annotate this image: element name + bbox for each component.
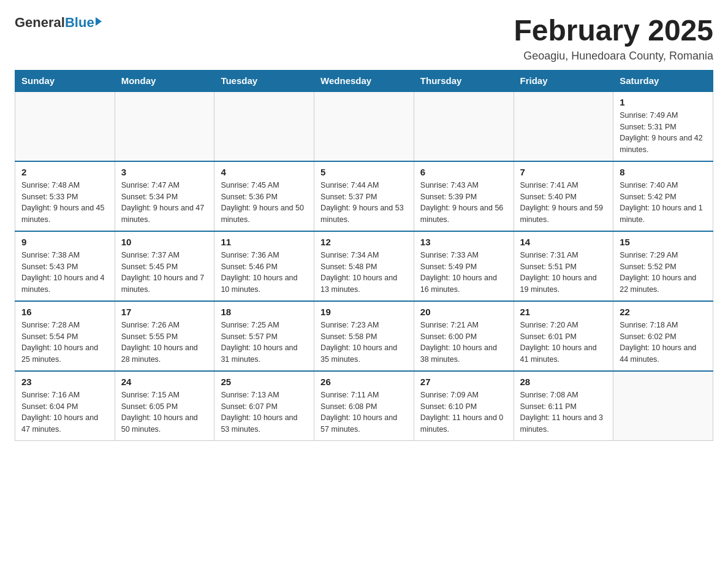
- day-number: 1: [620, 97, 707, 107]
- day-info: Sunrise: 7:28 AMSunset: 5:54 PMDaylight:…: [21, 320, 108, 366]
- day-info: Sunrise: 7:45 AMSunset: 5:36 PMDaylight:…: [221, 180, 308, 226]
- day-info: Sunrise: 7:47 AMSunset: 5:34 PMDaylight:…: [121, 180, 208, 226]
- day-number: 19: [320, 307, 408, 317]
- calendar-cell: 8Sunrise: 7:40 AMSunset: 5:42 PMDaylight…: [613, 161, 713, 231]
- day-number: 10: [121, 237, 208, 247]
- calendar-cell: 24Sunrise: 7:15 AMSunset: 6:05 PMDayligh…: [115, 371, 214, 441]
- day-info: Sunrise: 7:41 AMSunset: 5:40 PMDaylight:…: [520, 180, 607, 226]
- weekday-header-saturday: Saturday: [613, 70, 713, 91]
- calendar-cell: 14Sunrise: 7:31 AMSunset: 5:51 PMDayligh…: [514, 231, 613, 301]
- day-number: 17: [121, 307, 208, 317]
- week-row-2: 9Sunrise: 7:38 AMSunset: 5:43 PMDaylight…: [15, 231, 713, 301]
- calendar-cell: 22Sunrise: 7:18 AMSunset: 6:02 PMDayligh…: [613, 301, 713, 371]
- calendar-cell: [15, 91, 115, 161]
- calendar-cell: 16Sunrise: 7:28 AMSunset: 5:54 PMDayligh…: [15, 301, 115, 371]
- day-info: Sunrise: 7:23 AMSunset: 5:58 PMDaylight:…: [320, 320, 408, 366]
- day-number: 26: [320, 377, 408, 387]
- day-number: 9: [21, 237, 108, 247]
- day-info: Sunrise: 7:43 AMSunset: 5:39 PMDaylight:…: [420, 180, 507, 226]
- calendar-cell: [414, 91, 514, 161]
- day-info: Sunrise: 7:29 AMSunset: 5:52 PMDaylight:…: [620, 250, 707, 296]
- calendar-cell: 19Sunrise: 7:23 AMSunset: 5:58 PMDayligh…: [314, 301, 414, 371]
- day-info: Sunrise: 7:34 AMSunset: 5:48 PMDaylight:…: [320, 250, 408, 296]
- day-number: 20: [420, 307, 507, 317]
- day-info: Sunrise: 7:33 AMSunset: 5:49 PMDaylight:…: [420, 250, 507, 296]
- day-info: Sunrise: 7:26 AMSunset: 5:55 PMDaylight:…: [121, 320, 208, 366]
- week-row-1: 2Sunrise: 7:48 AMSunset: 5:33 PMDaylight…: [15, 161, 713, 231]
- calendar-cell: 11Sunrise: 7:36 AMSunset: 5:46 PMDayligh…: [214, 231, 314, 301]
- logo-general-text: General: [15, 15, 65, 31]
- calendar-title: February 2025: [514, 15, 713, 47]
- day-info: Sunrise: 7:37 AMSunset: 5:45 PMDaylight:…: [121, 250, 208, 296]
- day-number: 6: [420, 167, 507, 177]
- calendar-cell: 18Sunrise: 7:25 AMSunset: 5:57 PMDayligh…: [214, 301, 314, 371]
- day-number: 24: [121, 377, 208, 387]
- day-number: 12: [320, 237, 408, 247]
- weekday-header-sunday: Sunday: [15, 70, 115, 91]
- title-block: February 2025 Geoagiu, Hunedoara County,…: [514, 15, 713, 63]
- week-row-3: 16Sunrise: 7:28 AMSunset: 5:54 PMDayligh…: [15, 301, 713, 371]
- logo: General Blue: [15, 15, 102, 31]
- logo-blue-text: Blue: [65, 15, 94, 31]
- calendar-cell: 21Sunrise: 7:20 AMSunset: 6:01 PMDayligh…: [514, 301, 613, 371]
- calendar-cell: 15Sunrise: 7:29 AMSunset: 5:52 PMDayligh…: [613, 231, 713, 301]
- calendar-cell: [214, 91, 314, 161]
- day-info: Sunrise: 7:11 AMSunset: 6:08 PMDaylight:…: [320, 389, 408, 435]
- day-number: 3: [121, 167, 208, 177]
- weekday-header-friday: Friday: [514, 70, 613, 91]
- calendar-cell: 20Sunrise: 7:21 AMSunset: 6:00 PMDayligh…: [414, 301, 514, 371]
- day-number: 8: [620, 167, 707, 177]
- day-info: Sunrise: 7:16 AMSunset: 6:04 PMDaylight:…: [21, 389, 108, 435]
- day-number: 15: [620, 237, 707, 247]
- weekday-header-thursday: Thursday: [414, 70, 514, 91]
- week-row-4: 23Sunrise: 7:16 AMSunset: 6:04 PMDayligh…: [15, 371, 713, 441]
- logo-arrow-icon: [96, 17, 102, 26]
- day-number: 23: [21, 377, 108, 387]
- day-info: Sunrise: 7:38 AMSunset: 5:43 PMDaylight:…: [21, 250, 108, 296]
- day-number: 18: [221, 307, 308, 317]
- day-info: Sunrise: 7:31 AMSunset: 5:51 PMDaylight:…: [520, 250, 607, 296]
- calendar-cell: 28Sunrise: 7:08 AMSunset: 6:11 PMDayligh…: [514, 371, 613, 441]
- week-row-0: 1Sunrise: 7:49 AMSunset: 5:31 PMDaylight…: [15, 91, 713, 161]
- calendar-cell: [613, 371, 713, 441]
- day-number: 5: [320, 167, 408, 177]
- day-info: Sunrise: 7:40 AMSunset: 5:42 PMDaylight:…: [620, 180, 707, 226]
- calendar-cell: 26Sunrise: 7:11 AMSunset: 6:08 PMDayligh…: [314, 371, 414, 441]
- day-number: 14: [520, 237, 607, 247]
- calendar-cell: 12Sunrise: 7:34 AMSunset: 5:48 PMDayligh…: [314, 231, 414, 301]
- calendar-cell: 6Sunrise: 7:43 AMSunset: 5:39 PMDaylight…: [414, 161, 514, 231]
- page-header: General Blue February 2025 Geoagiu, Hune…: [15, 15, 713, 63]
- calendar-cell: 25Sunrise: 7:13 AMSunset: 6:07 PMDayligh…: [214, 371, 314, 441]
- day-number: 11: [221, 237, 308, 247]
- weekday-header-tuesday: Tuesday: [214, 70, 314, 91]
- calendar-cell: 13Sunrise: 7:33 AMSunset: 5:49 PMDayligh…: [414, 231, 514, 301]
- day-info: Sunrise: 7:48 AMSunset: 5:33 PMDaylight:…: [21, 180, 108, 226]
- day-number: 28: [520, 377, 607, 387]
- calendar-cell: 27Sunrise: 7:09 AMSunset: 6:10 PMDayligh…: [414, 371, 514, 441]
- day-info: Sunrise: 7:18 AMSunset: 6:02 PMDaylight:…: [620, 320, 707, 366]
- weekday-header-wednesday: Wednesday: [314, 70, 414, 91]
- day-number: 2: [21, 167, 108, 177]
- calendar-cell: 3Sunrise: 7:47 AMSunset: 5:34 PMDaylight…: [115, 161, 214, 231]
- day-info: Sunrise: 7:49 AMSunset: 5:31 PMDaylight:…: [620, 110, 707, 156]
- day-number: 22: [620, 307, 707, 317]
- day-info: Sunrise: 7:13 AMSunset: 6:07 PMDaylight:…: [221, 389, 308, 435]
- day-number: 21: [520, 307, 607, 317]
- day-number: 4: [221, 167, 308, 177]
- calendar-cell: [314, 91, 414, 161]
- calendar-cell: 1Sunrise: 7:49 AMSunset: 5:31 PMDaylight…: [613, 91, 713, 161]
- calendar-cell: 4Sunrise: 7:45 AMSunset: 5:36 PMDaylight…: [214, 161, 314, 231]
- day-number: 25: [221, 377, 308, 387]
- day-number: 27: [420, 377, 507, 387]
- calendar-cell: [115, 91, 214, 161]
- calendar-cell: 5Sunrise: 7:44 AMSunset: 5:37 PMDaylight…: [314, 161, 414, 231]
- day-info: Sunrise: 7:36 AMSunset: 5:46 PMDaylight:…: [221, 250, 308, 296]
- day-number: 7: [520, 167, 607, 177]
- day-info: Sunrise: 7:21 AMSunset: 6:00 PMDaylight:…: [420, 320, 507, 366]
- logo-blue-part: Blue: [65, 15, 102, 31]
- weekday-header-row: SundayMondayTuesdayWednesdayThursdayFrid…: [15, 70, 713, 91]
- day-info: Sunrise: 7:20 AMSunset: 6:01 PMDaylight:…: [520, 320, 607, 366]
- calendar-table: SundayMondayTuesdayWednesdayThursdayFrid…: [15, 70, 713, 441]
- day-info: Sunrise: 7:25 AMSunset: 5:57 PMDaylight:…: [221, 320, 308, 366]
- day-info: Sunrise: 7:08 AMSunset: 6:11 PMDaylight:…: [520, 389, 607, 435]
